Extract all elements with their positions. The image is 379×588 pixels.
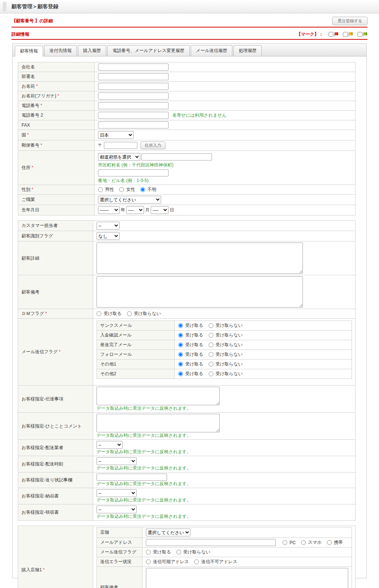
phone2-input[interactable] [98, 112, 169, 119]
designation-comment-textarea[interactable] [97, 414, 220, 432]
other2-mail-receive-radio[interactable] [178, 371, 183, 376]
email-type-smartphone-label: スマホ [308, 539, 322, 546]
shop1-not-receive-radio[interactable] [176, 550, 181, 555]
thanks-mail-label: サンクスメール [100, 323, 132, 328]
phone-input[interactable] [98, 102, 169, 109]
error-ok-radio[interactable] [146, 559, 151, 564]
mail-flag-row-thanks: サンクスメール 受け取る 受け取らない [97, 321, 352, 331]
shipping-mail-not-receive-radio[interactable] [209, 342, 213, 347]
store-select[interactable]: 選択してください [146, 529, 190, 536]
customer-number-heading-row: 【顧客番号 】の詳細 受注登録する [12, 17, 367, 27]
customer-idflag-select[interactable]: なし [97, 232, 120, 240]
follow-mail-receive-radio[interactable] [178, 352, 183, 357]
email-type-smartphone-radio[interactable] [301, 540, 306, 545]
birth-day-select[interactable]: ---- [151, 206, 169, 214]
row-phone: 電話番号* [18, 101, 356, 111]
designation-message-textarea[interactable] [97, 387, 220, 405]
main-panel: 顧客情報 送付先情報 購入履歴 電話番号、メールアドレス変更履歴 メール送信履歴… [12, 43, 367, 578]
designation-time-select[interactable]: -- [97, 457, 137, 465]
designation-carrier-select[interactable]: -- [97, 441, 122, 449]
prefecture-select[interactable]: 都道府県を選択 [98, 153, 140, 161]
designation-receipt-select[interactable]: -- [97, 506, 137, 513]
tab-contact-change-history[interactable]: 電話番号、メールアドレス変更履歴 [107, 45, 190, 56]
customer-staff-select[interactable]: -- [97, 222, 120, 230]
designation-delivery-select[interactable]: -- [97, 489, 137, 497]
mark-green-checkbox[interactable] [357, 32, 362, 37]
job-select[interactable]: 選択してください [98, 196, 161, 204]
fax-input[interactable] [98, 121, 169, 129]
address-lookup-button[interactable]: 住所入力 [140, 142, 166, 149]
phone-label: 電話番号 [22, 103, 39, 108]
birth-year-select[interactable]: ------ [98, 206, 120, 214]
furigana-input[interactable] [98, 92, 169, 100]
email-input[interactable] [146, 539, 276, 546]
birthday-label: 生年月日 [22, 207, 39, 212]
other1-mail-label: その他1 [100, 361, 116, 367]
gender-label: 性別 [22, 187, 30, 192]
dm-receive-radio[interactable] [97, 311, 101, 316]
row-customer-memo: 顧客備考 [18, 275, 356, 309]
thanks-mail-receive-radio[interactable] [178, 323, 183, 328]
customer-detail-label: 顧客詳細 [22, 256, 39, 261]
birth-month-select[interactable]: ---- [126, 206, 144, 214]
other2-mail-not-receive-radio[interactable] [209, 371, 213, 376]
tab-shipping-info[interactable]: 送付先情報 [44, 45, 77, 56]
designation-slip-input[interactable] [97, 474, 167, 481]
email-label: メールアドレス [100, 540, 132, 545]
mark-yellow-checkbox[interactable] [343, 32, 348, 37]
required-mark: * [40, 103, 42, 108]
company-input[interactable] [98, 64, 169, 71]
designation-receipt-label: お客様指定-領収書 [22, 510, 59, 515]
street-hint: 番地・ビル名 (例：1-3-5) [98, 178, 352, 183]
city-hint: 市区町村名 (例：千代田区神田神保町) [98, 162, 352, 168]
country-select[interactable]: 日本 [98, 131, 134, 139]
green-flag-icon [363, 32, 367, 37]
tab-mail-send-history[interactable]: メール送信履歴 [191, 45, 233, 56]
required-mark: * [59, 349, 61, 354]
payment-mail-not-receive-radio[interactable] [209, 333, 213, 338]
required-mark: * [27, 132, 29, 137]
receive-label: 受け取る [185, 332, 203, 338]
gender-male-radio[interactable] [98, 187, 103, 192]
shop1-memo-textarea[interactable] [146, 568, 348, 588]
city-input[interactable] [141, 153, 212, 160]
thanks-mail-not-receive-radio[interactable] [209, 323, 213, 328]
street-input[interactable] [98, 169, 169, 176]
not-receive-label: 受け取らない [216, 361, 243, 367]
dm-receive-label: 受け取る [104, 311, 122, 317]
mark-label: 【マーク】： [296, 31, 323, 38]
other1-mail-receive-radio[interactable] [178, 362, 183, 367]
gender-unknown-radio[interactable] [140, 187, 145, 192]
email-type-mobile-radio[interactable] [327, 540, 332, 545]
store-label: 店舗 [100, 530, 109, 535]
shipping-mail-receive-radio[interactable] [178, 342, 183, 347]
error-ng-radio[interactable] [194, 559, 199, 564]
email-type-pc-radio[interactable] [282, 540, 287, 545]
name-input[interactable] [98, 83, 169, 90]
tab-process-history[interactable]: 処理履歴 [233, 45, 262, 56]
department-input[interactable] [98, 73, 169, 80]
mark-red [329, 32, 339, 37]
not-receive-label: 受け取らない [216, 322, 243, 329]
gender-female-radio[interactable] [119, 187, 124, 192]
shop1-receive-radio[interactable] [146, 550, 151, 555]
customer-memo-textarea[interactable] [97, 276, 303, 308]
dm-not-receive-radio[interactable] [127, 311, 132, 316]
detail-info-heading-row: 詳細情報 【マーク】： [12, 31, 367, 40]
tab-bar: 顧客情報 送付先情報 購入履歴 電話番号、メールアドレス変更履歴 メール送信履歴… [13, 44, 366, 56]
other1-mail-not-receive-radio[interactable] [209, 362, 213, 367]
follow-mail-not-receive-radio[interactable] [209, 352, 213, 357]
mark-red-checkbox[interactable] [329, 32, 333, 37]
tab-purchase-history[interactable]: 購入履歴 [78, 45, 106, 56]
payment-mail-receive-radio[interactable] [178, 333, 183, 338]
mail-flag-table: サンクスメール 受け取る 受け取らない 入金確認メール 受け取る 受け取らない [97, 321, 352, 379]
reflect-note: データ取込み時に受注データに反映されます。 [97, 481, 352, 487]
row-name: お名前* [18, 82, 356, 91]
customer-number-heading: 【顧客番号 】の詳細 [12, 18, 53, 24]
tab-customer-info[interactable]: 顧客情報 [15, 46, 43, 56]
zip-input[interactable] [104, 142, 137, 149]
customer-detail-textarea[interactable] [97, 243, 303, 274]
order-register-button[interactable]: 受注登録する [332, 17, 367, 25]
not-receive-label: 受け取らない [216, 351, 243, 358]
department-label: 部署名 [22, 74, 35, 79]
